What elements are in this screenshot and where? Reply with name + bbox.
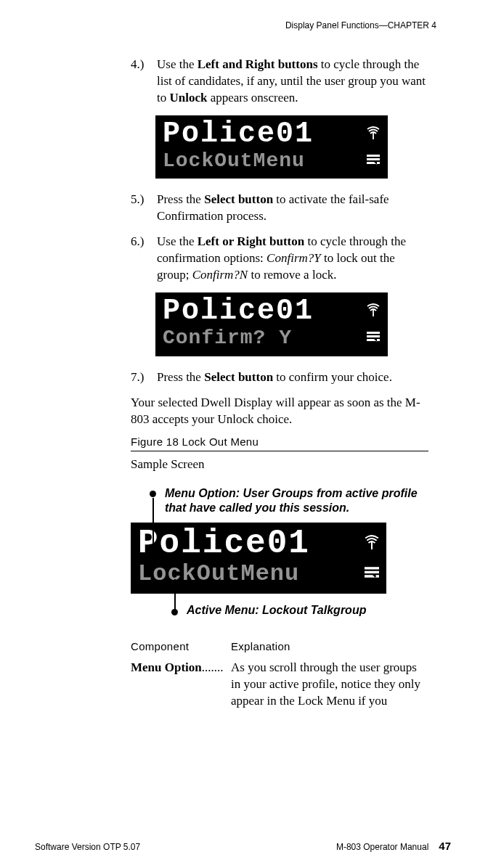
step-number: 7.) [131, 369, 157, 386]
step-body: Press the Select button to activate the … [157, 192, 428, 225]
speaker-icon [365, 565, 379, 583]
text-bold: Select button [204, 192, 273, 206]
figure-caption: Figure 18 Lock Out Menu [131, 435, 428, 448]
component-header: Component Explanation [131, 640, 428, 652]
footer-left: Software Version OTP 5.07 [35, 842, 140, 852]
lcd-line2: LockOutMenu [163, 149, 305, 173]
lcd-screen: Police01 LockOutMenu [131, 523, 386, 594]
step-body: Use the Left and Right buttons to cycle … [157, 57, 428, 107]
page-content: 4.) Use the Left and Right buttons to cy… [131, 57, 428, 710]
signal-icon [367, 126, 380, 142]
signal-icon [367, 303, 380, 319]
lcd-line1: Police01 [138, 527, 310, 560]
text: to confirm your choice. [273, 370, 392, 384]
text: Press the [157, 192, 204, 206]
sample-label: Sample Screen [131, 457, 428, 472]
text: Press the [157, 370, 204, 384]
svg-rect-4 [367, 332, 380, 334]
col-component: Component [131, 640, 231, 652]
lcd-line1: Police01 [163, 297, 314, 326]
callout-bottom: Active Menu: Lockout Talkgroup [187, 604, 366, 617]
callout-line [152, 498, 154, 546]
svg-rect-1 [367, 155, 380, 157]
annotated-figure: Menu Option: User Groups from active pro… [131, 486, 436, 617]
text: Use the [157, 57, 198, 71]
text-bold: Unlock [169, 91, 207, 105]
step-body: Press the Select button to confirm your … [157, 369, 428, 386]
entry-dots: ....... [202, 660, 224, 674]
text-bold: Left and Right buttons [198, 57, 318, 71]
step-body: Use the Left or Right button to cycle th… [157, 234, 428, 284]
lcd-line2: Confirm? Y [163, 326, 292, 351]
callout-dot [171, 609, 178, 615]
text-italic: Confirm?Y [267, 251, 321, 265]
step-number: 4.) [131, 57, 157, 107]
step-number: 6.) [131, 234, 157, 284]
text: appears onscreen. [207, 91, 298, 105]
text-bold: Left or Right button [198, 234, 305, 248]
component-entry: Menu Option....... As you scroll through… [131, 660, 428, 710]
text-italic: Confirm?N [192, 268, 248, 282]
text: to remove a lock. [248, 268, 336, 282]
page-footer: Software Version OTP 5.07 M-803 Operator… [35, 840, 451, 852]
step-4: 4.) Use the Left and Right buttons to cy… [131, 57, 428, 107]
step-6: 6.) Use the Left or Right button to cycl… [131, 234, 428, 284]
footer-center: M-803 Operator Manual [336, 842, 428, 852]
lcd-line2: LockOutMenu [138, 560, 299, 588]
step-number: 5.) [131, 192, 157, 225]
rule [131, 451, 428, 451]
text-bold: Select button [204, 370, 273, 384]
step-7: 7.) Press the Select button to confirm y… [131, 369, 428, 386]
signal-icon [365, 535, 379, 552]
entry-label: Menu Option....... [131, 660, 231, 710]
lcd-line1: Police01 [163, 120, 314, 149]
svg-rect-7 [365, 567, 379, 569]
svg-rect-5 [367, 335, 380, 337]
svg-rect-2 [367, 158, 380, 160]
text: Use the [157, 234, 198, 248]
entry-body: As you scroll through the user groups in… [231, 660, 428, 710]
page-number: 47 [439, 840, 451, 852]
callout-line [174, 579, 176, 610]
lcd-screen: Police01 LockOutMenu [155, 115, 388, 179]
speaker-icon [367, 330, 380, 346]
entry-term: Menu Option [131, 660, 202, 674]
step-5: 5.) Press the Select button to activate … [131, 192, 428, 225]
paragraph: Your selected Dwell Display will appear … [131, 395, 428, 428]
callout-dot [150, 491, 156, 497]
col-explanation: Explanation [231, 640, 290, 652]
speaker-icon [367, 153, 380, 169]
lcd-screen: Police01 Confirm? Y [155, 292, 388, 356]
page-header: Display Panel Functions—CHAPTER 4 [44, 20, 436, 30]
svg-rect-8 [365, 570, 379, 573]
callout-top: Menu Option: User Groups from active pro… [165, 486, 436, 515]
